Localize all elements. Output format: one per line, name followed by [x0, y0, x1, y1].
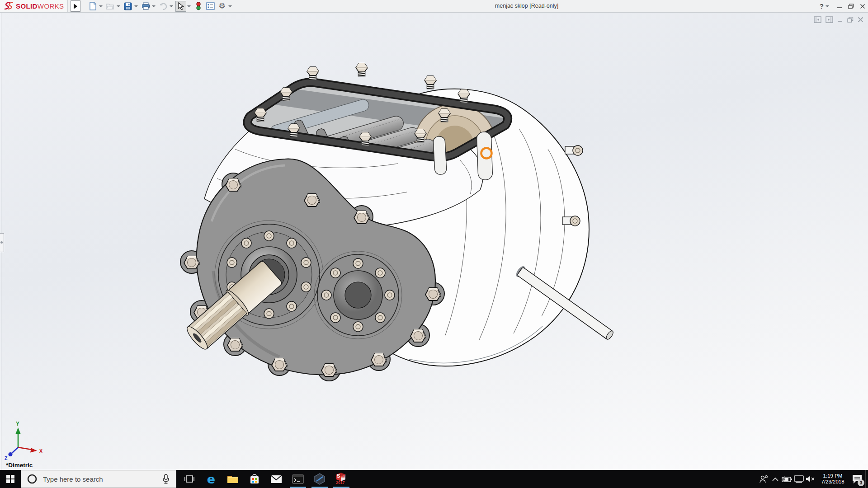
gear-icon: ⚙ [218, 2, 225, 10]
solidworks-mark-icon [3, 2, 14, 11]
hex-app-icon [314, 473, 326, 485]
traffic-light-icon [196, 2, 201, 10]
windows-logo-icon [6, 475, 14, 483]
command-prompt-button[interactable] [287, 470, 309, 488]
solidworks-2017-icon: S W 2017 [335, 472, 348, 486]
triad-z-label: Z [5, 455, 8, 461]
tray-time: 1:19 PM [818, 473, 847, 479]
taskbar-search[interactable] [21, 470, 176, 488]
new-dropdown-caret[interactable] [99, 5, 103, 7]
undo-button[interactable] [158, 1, 169, 12]
mail-icon [270, 475, 282, 483]
chevron-up-icon [772, 477, 778, 481]
save-button[interactable] [123, 1, 133, 12]
show-desktop-button[interactable] [865, 470, 868, 488]
notification-badge: 3 [858, 479, 864, 486]
brand-light: WORKS [38, 2, 64, 10]
sw-letter-w: W [341, 474, 345, 479]
taskbar-apps: e [179, 470, 352, 488]
file-explorer-button[interactable] [222, 470, 244, 488]
people-icon [759, 474, 769, 483]
triad-y-label: Y [16, 421, 19, 427]
tray-date: 7/23/2018 [818, 479, 847, 485]
open-button[interactable] [105, 1, 116, 12]
options-button[interactable]: ⚙ [217, 1, 227, 12]
start-button[interactable] [0, 470, 21, 488]
edge-icon: e [207, 472, 215, 486]
select-dropdown-caret[interactable] [187, 5, 191, 7]
microphone-icon[interactable] [162, 474, 170, 484]
restore-button[interactable] [848, 4, 854, 9]
network-button[interactable] [793, 470, 805, 488]
close-button[interactable] [860, 4, 865, 9]
command-prompt-icon [292, 474, 304, 484]
battery-icon [782, 476, 793, 482]
minimize-button[interactable] [837, 4, 842, 9]
solidworks-logo: SOLIDWORKS [0, 0, 68, 12]
open-dropdown-caret[interactable] [117, 5, 120, 7]
brand-bold: SOLID [16, 2, 38, 10]
open-icon [106, 2, 115, 10]
hidden-icons-button[interactable] [769, 470, 781, 488]
save-dropdown-caret[interactable] [134, 5, 138, 7]
print-icon [142, 2, 150, 10]
file-properties-button[interactable] [205, 1, 216, 12]
print-button[interactable] [140, 1, 151, 12]
store-button[interactable] [244, 470, 265, 488]
windows-taskbar: e [0, 470, 868, 488]
system-tray: 1:19 PM 7/23/2018 3 [758, 470, 868, 488]
network-icon [794, 475, 804, 483]
battery-button[interactable] [781, 470, 793, 488]
sw-letter-s: S [337, 473, 340, 479]
print-dropdown-caret[interactable] [152, 5, 156, 7]
help-dropdown-caret[interactable] [826, 5, 829, 7]
triad-x-label: X [39, 448, 42, 454]
screen: SOLIDWORKS [0, 0, 868, 488]
window-controls: ? [820, 0, 865, 12]
select-button[interactable] [175, 1, 186, 12]
volume-button[interactable] [805, 470, 816, 488]
new-document-icon [89, 2, 97, 10]
main-toolbar: ⚙ [87, 0, 234, 12]
clock[interactable]: 1:19 PM 7/23/2018 [818, 473, 847, 485]
task-view-button[interactable] [179, 470, 200, 488]
save-icon [124, 2, 132, 10]
select-cursor-icon [178, 2, 184, 10]
solidworks-app-button[interactable]: S W 2017 [330, 470, 352, 488]
orientation-triad-icon: Y X Z [5, 421, 42, 461]
undo-icon [159, 3, 168, 10]
new-document-button[interactable] [87, 1, 98, 12]
mail-button[interactable] [265, 470, 287, 488]
gearbox-3d-model[interactable]: Y X Z [0, 13, 868, 470]
view-orientation-label: *Dimetric [6, 462, 33, 469]
titlebar: SOLIDWORKS [0, 0, 868, 13]
edge-button[interactable]: e [200, 470, 222, 488]
action-center-button[interactable]: 3 [849, 470, 865, 488]
graphics-viewport[interactable]: Y X Z *Dimetric [0, 13, 868, 470]
hex-app-button[interactable] [309, 470, 330, 488]
options-dropdown-caret[interactable] [228, 5, 232, 7]
sw-year: 2017 [336, 480, 345, 485]
design-checker-button[interactable] [193, 1, 204, 12]
search-input[interactable] [42, 475, 162, 483]
help-button[interactable]: ? [820, 2, 824, 10]
people-button[interactable] [758, 470, 769, 488]
properties-list-icon [206, 2, 215, 10]
window-title: menjac sklop [Read-only] [466, 0, 588, 12]
undo-dropdown-caret[interactable] [170, 5, 173, 7]
volume-muted-icon [806, 475, 816, 483]
cortana-icon[interactable] [27, 474, 38, 484]
flyout-arrow-icon [74, 4, 77, 9]
menu-flyout-button[interactable] [71, 0, 80, 12]
store-icon [249, 474, 260, 484]
task-view-icon [184, 475, 194, 483]
file-explorer-icon [227, 474, 239, 484]
